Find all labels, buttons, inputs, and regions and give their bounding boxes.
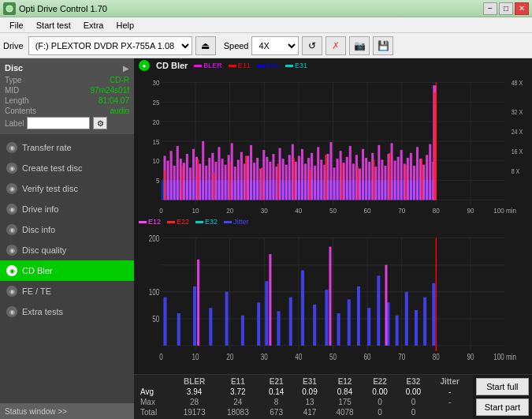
svg-rect-119 [410, 153, 412, 200]
sidebar-item-drive-info[interactable]: ◉ Drive info [0, 199, 134, 219]
svg-rect-85 [301, 149, 303, 200]
svg-rect-185 [289, 297, 292, 346]
svg-rect-84 [298, 156, 300, 200]
svg-text:30: 30 [261, 351, 268, 361]
svg-rect-43 [167, 161, 169, 200]
svg-text:10: 10 [152, 157, 159, 166]
disc-length-value: 81:04.07 [99, 96, 129, 105]
maximize-button[interactable]: □ [499, 2, 513, 15]
legend-e11-label: E11 [238, 62, 251, 69]
sidebar-item-fe-te[interactable]: ◉ FE / TE [0, 281, 134, 301]
svg-rect-140 [357, 166, 359, 200]
disc-mid-value: 97m24s01f [91, 86, 129, 95]
svg-text:80: 80 [433, 351, 440, 361]
refresh-button[interactable]: ↺ [302, 36, 322, 55]
disc-panel: Disc ▶ Type CD-R MID 97m24s01f Length 81… [0, 58, 134, 134]
svg-rect-54 [202, 141, 204, 200]
content-area: ● CD Bler BLER E11 E21 E31 [134, 58, 532, 419]
row-total-jitter [430, 407, 470, 417]
svg-text:40: 40 [295, 351, 302, 361]
svg-text:80: 80 [433, 206, 440, 215]
svg-rect-50 [189, 167, 192, 200]
save-button[interactable]: 💾 [373, 36, 393, 55]
svg-rect-99 [346, 157, 348, 200]
svg-rect-105 [365, 158, 367, 200]
eject-button[interactable]: ⏏ [195, 36, 216, 55]
svg-rect-121 [416, 147, 419, 200]
app-icon [3, 2, 16, 15]
action-buttons-panel: Start full Start part [473, 375, 532, 419]
start-full-button[interactable]: Start full [476, 378, 529, 395]
disc-length-row: Length 81:04.07 [5, 96, 129, 105]
sidebar-item-disc-quality-label: Disc quality [22, 245, 66, 255]
close-button[interactable]: ✕ [515, 2, 529, 15]
drive-select[interactable]: (F:) PLEXTOR DVDR PX-755A 1.08 [28, 36, 192, 55]
disc-arrow-icon[interactable]: ▶ [123, 64, 129, 73]
svg-rect-193 [377, 275, 380, 346]
menu-file[interactable]: File [3, 19, 30, 32]
svg-rect-83 [295, 162, 297, 200]
svg-rect-78 [279, 148, 281, 200]
results-table: BLER E11 E21 E31 E12 E22 E32 Jitter Avg [137, 376, 470, 417]
sidebar-item-extra-tests-label: Extra tests [22, 307, 63, 316]
sidebar-item-verify-test-disc[interactable]: ◉ Verify test disc [0, 178, 134, 199]
row-total-label: Total [137, 407, 173, 417]
sidebar-item-transfer-rate-label: Transfer rate [22, 143, 72, 152]
start-part-button[interactable]: Start part [476, 398, 529, 416]
svg-rect-59 [218, 147, 220, 200]
extra-tests-icon: ◉ [6, 306, 17, 317]
svg-rect-88 [311, 153, 313, 200]
main-area: Disc ▶ Type CD-R MID 97m24s01f Length 81… [0, 58, 532, 419]
sidebar-item-cd-bler[interactable]: ◉ CD Bler [0, 260, 134, 281]
table-row-max: Max 28 24 8 13 175 0 0 - [137, 397, 470, 407]
svg-rect-70 [253, 163, 255, 200]
svg-rect-129 [181, 166, 183, 200]
row-max-e21: 8 [259, 397, 292, 407]
eraser-button[interactable]: ✗ [326, 36, 346, 55]
svg-rect-128 [164, 170, 166, 200]
svg-rect-69 [250, 145, 252, 200]
row-total-e21: 673 [259, 407, 292, 417]
sidebar-item-extra-tests[interactable]: ◉ Extra tests [0, 301, 134, 322]
svg-rect-111 [384, 166, 386, 200]
disc-info-icon: ◉ [6, 224, 17, 235]
legend-bler: BLER [194, 62, 222, 69]
menu-extra[interactable]: Extra [77, 19, 110, 32]
svg-rect-203 [385, 265, 387, 346]
disc-type-value: CD-R [110, 76, 129, 84]
transfer-rate-icon: ◉ [6, 142, 17, 153]
menu-start-test[interactable]: Start test [30, 19, 77, 32]
data-section: BLER E11 E21 E31 E12 E22 E32 Jitter Avg [134, 374, 532, 419]
sidebar-item-transfer-rate[interactable]: ◉ Transfer rate [0, 137, 134, 158]
row-max-bler: 28 [173, 397, 216, 407]
col-header-jitter: Jitter [430, 376, 470, 387]
sidebar-item-disc-info[interactable]: ◉ Disc info [0, 219, 134, 240]
svg-rect-186 [301, 271, 304, 346]
svg-rect-100 [349, 146, 352, 200]
svg-rect-66 [240, 152, 243, 200]
svg-rect-135 [277, 163, 279, 200]
svg-rect-108 [374, 166, 377, 200]
svg-rect-139 [341, 163, 343, 200]
chart1-icon: ● [139, 60, 150, 71]
label-settings-button[interactable]: ⚙ [93, 117, 107, 129]
speed-select[interactable]: 4X 8X 16X Max [251, 36, 299, 55]
disc-label-input[interactable] [27, 117, 90, 129]
status-window-button[interactable]: Status window >> [0, 403, 134, 419]
chart2-header: E12 E22 E32 Jitter [134, 216, 532, 227]
drive-info-icon: ◉ [6, 204, 17, 215]
camera-button[interactable]: 📷 [349, 36, 370, 55]
svg-rect-131 [213, 173, 214, 200]
sidebar-item-disc-quality[interactable]: ◉ Disc quality [0, 240, 134, 260]
toolbar: Drive (F:) PLEXTOR DVDR PX-755A 1.08 ⏏ S… [0, 33, 532, 58]
minimize-button[interactable]: − [483, 2, 497, 15]
svg-text:90: 90 [467, 351, 474, 361]
menu-help[interactable]: Help [110, 19, 140, 32]
col-header-e22: E22 [363, 376, 396, 387]
svg-rect-114 [394, 161, 396, 200]
sidebar-item-create-test-disc[interactable]: ◉ Create test disc [0, 158, 134, 178]
row-avg-bler: 3.94 [173, 387, 216, 397]
svg-rect-61 [225, 165, 227, 200]
sidebar-item-create-test-disc-label: Create test disc [22, 163, 82, 173]
svg-rect-45 [173, 166, 176, 200]
